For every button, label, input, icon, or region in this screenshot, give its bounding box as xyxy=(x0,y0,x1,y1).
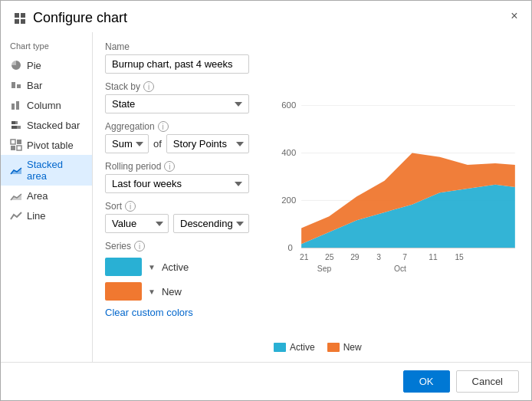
config-panel: Name Stack by i State Aggregation i xyxy=(93,32,261,362)
svg-rect-11 xyxy=(11,126,17,129)
svg-text:0: 0 xyxy=(288,243,293,252)
pivot-icon xyxy=(10,139,22,151)
cancel-button[interactable]: Cancel xyxy=(456,370,519,393)
legend-item-new: New xyxy=(327,342,362,353)
svg-text:Sep: Sep xyxy=(317,265,332,273)
aggregation-func-select[interactable]: Sum xyxy=(105,134,149,153)
series-color-new[interactable] xyxy=(105,282,142,301)
svg-rect-2 xyxy=(15,19,19,24)
sidebar-item-column-label: Column xyxy=(27,100,61,111)
chart-svg: 600 400 200 0 xyxy=(274,41,519,336)
main-panel: Name Stack by i State Aggregation i xyxy=(93,32,531,362)
stacked-area-icon xyxy=(10,164,22,176)
pie-icon xyxy=(10,59,22,71)
sidebar-item-pivot-table-label: Pivot table xyxy=(27,140,74,151)
sidebar-item-stacked-bar[interactable]: Stacked bar xyxy=(1,115,92,135)
svg-rect-9 xyxy=(11,121,15,124)
series-label: Series i xyxy=(105,241,249,251)
svg-text:7: 7 xyxy=(402,253,407,261)
sidebar-item-area[interactable]: Area xyxy=(1,186,92,205)
title-bar: Configure chart × xyxy=(1,1,531,32)
chart-legend: Active New xyxy=(274,342,519,353)
svg-text:400: 400 xyxy=(281,148,296,157)
sidebar-item-line-label: Line xyxy=(27,210,46,222)
configure-chart-dialog: Configure chart × Chart type Pie Bar xyxy=(0,0,532,401)
svg-text:11: 11 xyxy=(429,253,438,261)
line-icon xyxy=(10,209,22,222)
chart-panel: 600 400 200 0 xyxy=(261,32,531,362)
series-name-active: Active xyxy=(162,261,189,273)
aggregation-field-select[interactable]: Story Points xyxy=(166,134,249,153)
aggregation-of-label: of xyxy=(153,138,162,150)
series-item-new: ▼ New xyxy=(105,282,249,301)
stack-by-label: Stack by i xyxy=(105,81,249,92)
name-label: Name xyxy=(105,41,249,52)
sidebar-item-bar-label: Bar xyxy=(27,80,42,91)
svg-rect-3 xyxy=(21,19,25,24)
svg-rect-0 xyxy=(15,13,19,18)
aggregation-row: Sum of Story Points xyxy=(105,134,249,153)
stack-by-select[interactable]: State xyxy=(105,94,249,113)
close-button[interactable]: × xyxy=(507,8,522,24)
dialog-icon xyxy=(13,12,27,25)
svg-text:25: 25 xyxy=(325,253,334,261)
svg-rect-15 xyxy=(17,146,21,150)
svg-text:600: 600 xyxy=(281,100,296,110)
svg-rect-5 xyxy=(17,84,21,88)
area-icon xyxy=(10,189,22,202)
clear-custom-colors-link[interactable]: Clear custom colors xyxy=(105,307,193,318)
legend-color-new xyxy=(327,343,340,352)
chart-type-label: Chart type xyxy=(1,38,92,54)
sort-info-icon[interactable]: i xyxy=(125,201,136,212)
bar-icon xyxy=(10,79,22,91)
legend-item-active: Active xyxy=(274,342,315,353)
series-name-new: New xyxy=(162,286,182,297)
series-color-active[interactable] xyxy=(105,258,142,276)
aggregation-label: Aggregation i xyxy=(105,121,249,132)
sidebar-item-stacked-area[interactable]: Stacked area xyxy=(1,155,92,186)
sidebar-item-pie-label: Pie xyxy=(27,60,41,71)
svg-text:15: 15 xyxy=(455,253,464,261)
aggregation-info-icon[interactable]: i xyxy=(158,121,169,132)
sidebar-item-line[interactable]: Line xyxy=(1,205,92,225)
svg-rect-4 xyxy=(11,82,15,88)
series-chevron-active[interactable]: ▼ xyxy=(148,263,156,271)
rolling-period-label: Rolling period i xyxy=(105,161,249,172)
rolling-period-select[interactable]: Last four weeks xyxy=(105,174,249,193)
sort-field-select[interactable]: Value xyxy=(105,214,169,233)
rolling-period-info-icon[interactable]: i xyxy=(164,161,175,172)
svg-text:3: 3 xyxy=(376,253,381,261)
sidebar-item-column[interactable]: Column xyxy=(1,95,92,115)
dialog-title: Configure chart xyxy=(33,10,127,26)
sidebar-item-bar[interactable]: Bar xyxy=(1,75,92,95)
svg-rect-1 xyxy=(21,13,25,18)
column-icon xyxy=(10,99,22,111)
legend-color-active xyxy=(274,343,286,352)
legend-label-new: New xyxy=(343,342,362,353)
svg-text:Oct: Oct xyxy=(394,265,406,273)
series-info-icon[interactable]: i xyxy=(134,241,145,251)
svg-rect-6 xyxy=(11,104,15,110)
sort-direction-select[interactable]: Descending xyxy=(173,214,249,233)
sidebar-item-area-label: Area xyxy=(27,190,48,202)
series-section: Series i ▼ Active ▼ New xyxy=(105,241,249,318)
chart-area: 600 400 200 0 xyxy=(274,41,519,336)
sort-label: Sort i xyxy=(105,201,249,212)
ok-button[interactable]: OK xyxy=(403,370,450,393)
chart-type-sidebar: Chart type Pie Bar xyxy=(1,32,93,362)
name-input[interactable] xyxy=(105,54,249,74)
svg-text:21: 21 xyxy=(300,253,309,261)
svg-text:29: 29 xyxy=(350,253,360,261)
svg-rect-7 xyxy=(16,101,19,110)
svg-rect-13 xyxy=(17,140,21,144)
series-chevron-new[interactable]: ▼ xyxy=(148,288,156,296)
dialog-footer: OK Cancel xyxy=(1,362,531,400)
sidebar-item-pie[interactable]: Pie xyxy=(1,55,92,75)
sidebar-item-pivot-table[interactable]: Pivot table xyxy=(1,135,92,155)
sidebar-item-stacked-bar-label: Stacked bar xyxy=(27,120,80,131)
stack-by-info-icon[interactable]: i xyxy=(143,81,154,92)
svg-text:200: 200 xyxy=(281,196,296,205)
sort-row: Value Descending xyxy=(105,214,249,233)
stacked-bar-icon xyxy=(10,119,22,131)
sidebar-item-stacked-area-label: Stacked area xyxy=(27,159,83,182)
